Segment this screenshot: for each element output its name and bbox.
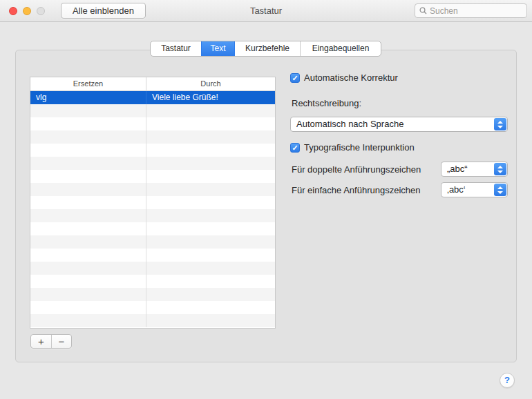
table-row-empty[interactable]	[30, 235, 275, 249]
cell-ersetzen: vlg	[30, 91, 146, 104]
double-quotes-stepper-icon	[494, 163, 506, 175]
tab-kurzbefehle[interactable]: Kurzbefehle	[234, 41, 300, 56]
tab-tastatur[interactable]: Tastatur	[151, 41, 201, 56]
autocorrect-checkbox-row: ✓ Automatische Korrektur	[290, 72, 398, 83]
spelling-select-value: Automatisch nach Sprache	[296, 119, 403, 129]
typographic-checkbox[interactable]: ✓	[290, 143, 300, 153]
typographic-checkbox-row: ✓ Typografische Interpunktion	[290, 142, 415, 153]
table-row-empty[interactable]	[30, 262, 275, 275]
single-quotes-label: Für einfache Anführungszeichen	[292, 185, 420, 195]
single-quotes-select-value: ‚abc‘	[447, 184, 466, 195]
search-icon	[419, 7, 427, 14]
table-row-empty[interactable]	[30, 104, 275, 117]
cell-durch: Viele liebe Grüße!	[146, 91, 275, 104]
help-button[interactable]: ?	[500, 373, 515, 388]
add-replacement-button[interactable]: +	[31, 335, 51, 348]
table-row-empty[interactable]	[30, 288, 275, 301]
table-header: Ersetzen Durch	[30, 77, 275, 91]
single-quotes-stepper-icon	[494, 184, 506, 196]
table-row-empty[interactable]	[30, 144, 275, 157]
table-body: vlg Viele liebe Grüße!	[30, 91, 275, 327]
table-row-empty[interactable]	[30, 222, 275, 235]
table-row-empty[interactable]	[30, 157, 275, 170]
autocorrect-label: Automatische Korrektur	[304, 72, 398, 83]
single-quotes-select[interactable]: ‚abc‘	[441, 182, 508, 197]
spelling-label: Rechtschreibung:	[292, 98, 361, 108]
column-header-ersetzen: Ersetzen	[30, 77, 146, 90]
table-row-empty[interactable]	[30, 183, 275, 196]
table-row-empty[interactable]	[30, 275, 275, 288]
table-row-empty[interactable]	[30, 196, 275, 209]
double-quotes-label: Für doppelte Anführungszeichen	[292, 164, 421, 175]
column-header-durch: Durch	[146, 77, 275, 90]
table-row-empty[interactable]	[30, 249, 275, 262]
system-preferences-window: Alle einblenden Tastatur Suchen Tastatur…	[0, 0, 532, 399]
table-row-empty[interactable]	[30, 130, 275, 144]
autocorrect-checkbox[interactable]: ✓	[290, 73, 300, 83]
typographic-label: Typografische Interpunktion	[304, 142, 415, 153]
table-row-empty[interactable]	[30, 170, 275, 183]
table-row-empty[interactable]	[30, 301, 275, 314]
tab-eingabequellen[interactable]: Eingabequellen	[300, 41, 381, 56]
table-row-empty[interactable]	[30, 314, 275, 327]
remove-replacement-button[interactable]: −	[51, 335, 71, 348]
toolbar: Alle einblenden Tastatur Suchen	[0, 0, 532, 22]
table-row-empty[interactable]	[30, 117, 275, 130]
table-row-selected[interactable]: vlg Viele liebe Grüße!	[30, 91, 275, 104]
double-quotes-select-value: „abc“	[447, 164, 468, 174]
text-tab-panel: Ersetzen Durch vlg Viele liebe Grüße! + …	[15, 50, 517, 362]
double-quotes-select[interactable]: „abc“	[441, 162, 508, 177]
table-row-empty[interactable]	[30, 209, 275, 222]
table-edit-buttons: + −	[30, 334, 72, 349]
search-placeholder: Suchen	[430, 6, 458, 16]
spelling-select[interactable]: Automatisch nach Sprache	[290, 117, 508, 132]
preference-tabs: Tastatur Text Kurzbefehle Eingabequellen	[150, 41, 381, 57]
replacement-table: Ersetzen Durch vlg Viele liebe Grüße!	[30, 77, 276, 329]
spelling-select-stepper-icon	[494, 118, 506, 130]
tab-text[interactable]: Text	[201, 41, 234, 56]
search-field[interactable]: Suchen	[415, 3, 527, 18]
